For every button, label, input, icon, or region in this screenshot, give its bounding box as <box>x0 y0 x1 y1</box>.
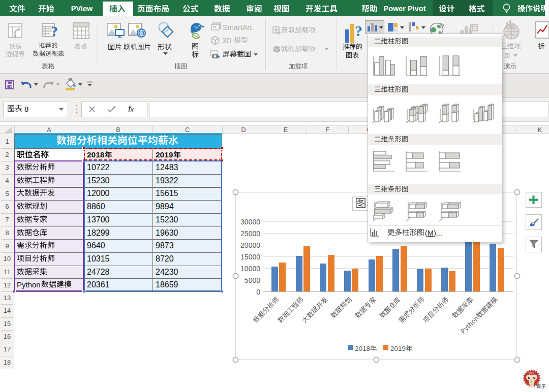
svg-text:HOU: HOU <box>529 372 534 374</box>
